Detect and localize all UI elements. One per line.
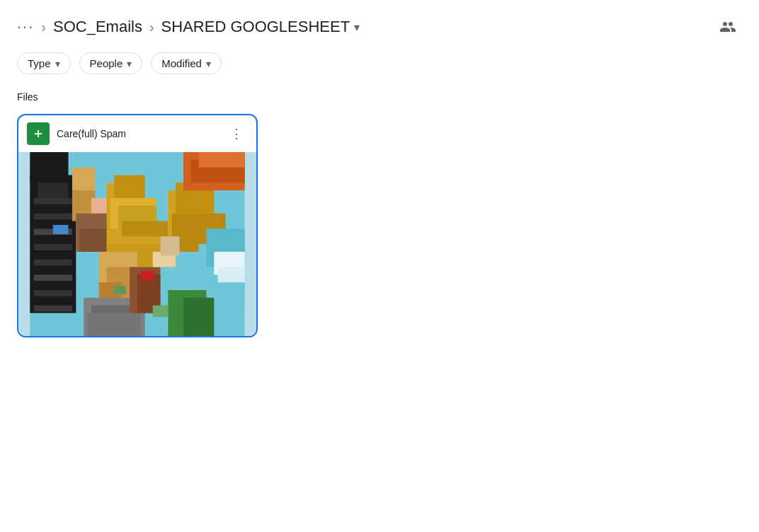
svg-rect-42: [199, 152, 245, 168]
svg-rect-51: [218, 267, 245, 283]
svg-rect-5: [30, 152, 68, 183]
svg-rect-27: [122, 221, 168, 237]
svg-rect-49: [161, 236, 180, 255]
svg-rect-13: [34, 290, 72, 296]
type-filter-label: Type: [28, 57, 51, 69]
svg-rect-47: [141, 271, 153, 280]
people-filter-chip[interactable]: People ▾: [79, 52, 143, 74]
type-filter-arrow: ▾: [55, 58, 60, 69]
svg-rect-23: [115, 175, 145, 199]
file-card-header: Care(full) Spam ⋮: [18, 115, 256, 152]
filter-bar: Type ▾ People ▾ Modified ▾: [0, 50, 759, 86]
svg-rect-14: [34, 306, 72, 312]
file-type-icon: [27, 122, 50, 145]
svg-rect-46: [183, 298, 214, 336]
people-filter-label: People: [90, 57, 123, 69]
people-icon: [719, 18, 736, 35]
breadcrumb-bar: ··· › SOC_Emails › SHARED GOOGLESHEET ▾: [0, 0, 759, 50]
breadcrumb-chevron-1: ›: [41, 19, 46, 35]
file-more-button[interactable]: ⋮: [225, 122, 248, 145]
svg-rect-34: [88, 313, 142, 337]
svg-rect-52: [115, 287, 126, 294]
people-icon-button[interactable]: [714, 13, 742, 41]
svg-rect-15: [53, 225, 69, 234]
file-thumbnail: [18, 152, 256, 336]
svg-rect-53: [153, 306, 169, 317]
type-filter-chip[interactable]: Type ▾: [17, 52, 71, 74]
modified-filter-label: Modified: [161, 57, 202, 69]
modified-filter-chip[interactable]: Modified ▾: [151, 52, 222, 74]
people-filter-arrow: ▾: [127, 58, 132, 69]
svg-rect-21: [80, 229, 110, 251]
file-name: Care(full) Spam: [57, 128, 218, 139]
breadcrumb-chevron-2: ›: [149, 19, 154, 35]
svg-rect-6: [38, 183, 68, 198]
files-section-label: Files: [17, 91, 742, 103]
svg-rect-7: [34, 198, 72, 204]
svg-rect-8: [34, 214, 72, 220]
svg-rect-10: [34, 244, 72, 250]
breadcrumb-title: SHARED GOOGLESHEET: [161, 18, 350, 36]
svg-rect-12: [34, 274, 72, 281]
modified-filter-arrow: ▾: [206, 58, 211, 69]
breadcrumb-more-button[interactable]: ···: [17, 18, 34, 36]
breadcrumb-soc-emails[interactable]: SOC_Emails: [53, 18, 142, 36]
thumbnail-image: [18, 152, 256, 336]
chevron-down-icon: ▾: [354, 21, 360, 34]
svg-rect-11: [34, 260, 72, 266]
sheets-plus-icon: [31, 127, 45, 141]
more-icon: ⋮: [230, 126, 243, 141]
files-section: Files Care(full) Spam ⋮: [0, 86, 759, 337]
file-card[interactable]: Care(full) Spam ⋮: [17, 114, 258, 337]
svg-rect-16: [72, 168, 95, 190]
breadcrumb-shared-googlesheet[interactable]: SHARED GOOGLESHEET ▾: [161, 18, 360, 36]
